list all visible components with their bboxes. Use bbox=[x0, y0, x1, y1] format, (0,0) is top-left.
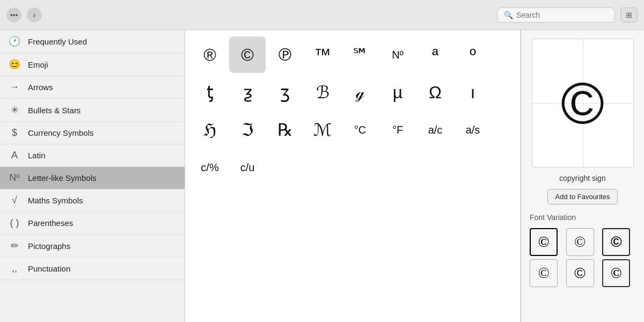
symbol-cell-25[interactable]: c/u bbox=[229, 149, 266, 186]
variation-cell-0[interactable]: © bbox=[530, 228, 558, 256]
pictographs-icon: ✏ bbox=[9, 240, 20, 252]
variation-cell-5[interactable]: © bbox=[602, 259, 630, 287]
sidebar-item-parentheses[interactable]: ( )Parentheses bbox=[0, 212, 185, 235]
sidebar-item-currency-symbols[interactable]: $Currency Symbols bbox=[0, 122, 185, 144]
symbol-cell-4[interactable]: ℠ bbox=[342, 36, 378, 73]
chevron-icon: › bbox=[33, 10, 35, 20]
frequently-used-icon: 🕐 bbox=[9, 35, 20, 47]
currency-symbols-icon: $ bbox=[9, 127, 20, 138]
sidebar-item-maths-symbols[interactable]: √Maths Symbols bbox=[0, 189, 185, 212]
frequently-used-label: Frequently Used bbox=[28, 37, 87, 46]
emoji-label: Emoji bbox=[28, 60, 48, 69]
pictographs-label: Pictographs bbox=[28, 241, 70, 251]
symbol-cell-14[interactable]: Ω bbox=[417, 74, 453, 111]
view-toggle-button[interactable]: ⊞ bbox=[620, 8, 638, 23]
symbol-cell-9[interactable]: ƺ bbox=[229, 74, 266, 111]
symbol-cell-7[interactable]: º bbox=[455, 36, 491, 73]
arrows-icon: → bbox=[9, 82, 20, 93]
parentheses-label: Parentheses bbox=[28, 218, 73, 228]
sidebar-item-bullets-stars[interactable]: ✳Bullets & Stars bbox=[0, 99, 185, 122]
font-variations: ©©©©©© bbox=[530, 228, 635, 287]
symbol-cell-24[interactable]: c/% bbox=[192, 149, 228, 186]
letter-like-symbols-icon: Nº bbox=[9, 172, 20, 184]
symbol-cell-12[interactable]: ℊ bbox=[342, 74, 378, 111]
sidebar-item-arrows[interactable]: →Arrows bbox=[0, 76, 185, 99]
symbol-grid: ®©℗™℠NºªºƫƺʒℬℊµΩıℌℑ℞ℳ°C°Fa/ca/sc/%c/u bbox=[185, 30, 521, 322]
sidebar-item-letter-like-symbols[interactable]: NºLetter-like Symbols bbox=[0, 167, 185, 189]
punctuation-icon: ,, bbox=[9, 263, 20, 274]
latin-icon: A bbox=[9, 150, 20, 161]
parentheses-icon: ( ) bbox=[9, 217, 20, 229]
latin-label: Latin bbox=[28, 151, 46, 160]
chevron-button[interactable]: › bbox=[27, 8, 42, 23]
variation-cell-3[interactable]: © bbox=[530, 259, 558, 287]
sidebar-item-punctuation[interactable]: ,,Punctuation bbox=[0, 258, 185, 280]
menu-button[interactable]: ••• bbox=[6, 8, 21, 23]
symbol-cell-10[interactable]: ʒ bbox=[267, 74, 303, 111]
letter-like-symbols-label: Letter-like Symbols bbox=[28, 173, 97, 182]
menu-icon: ••• bbox=[10, 11, 18, 19]
currency-symbols-label: Currency Symbols bbox=[28, 128, 94, 137]
symbol-cell-6[interactable]: ª bbox=[417, 36, 453, 73]
toolbar-left: ••• › bbox=[6, 8, 42, 23]
sidebar-item-pictographs[interactable]: ✏Pictographs bbox=[0, 235, 185, 258]
bullets-stars-label: Bullets & Stars bbox=[28, 106, 80, 115]
maths-symbols-icon: √ bbox=[9, 195, 20, 206]
sidebar-item-latin[interactable]: ALatin bbox=[0, 144, 185, 167]
add-favourites-button[interactable]: Add to Favourites bbox=[547, 189, 618, 204]
symbol-cell-0[interactable]: ® bbox=[192, 36, 228, 73]
detail-preview-area: © bbox=[532, 39, 634, 167]
variation-cell-1[interactable]: © bbox=[566, 228, 594, 256]
search-box: 🔍 bbox=[497, 8, 615, 23]
detail-char: © bbox=[561, 74, 604, 133]
search-icon: 🔍 bbox=[504, 11, 513, 19]
view-toggle-icon: ⊞ bbox=[626, 11, 632, 19]
sidebar-item-emoji[interactable]: 😊Emoji bbox=[0, 53, 185, 76]
sidebar-item-frequently-used[interactable]: 🕐Frequently Used bbox=[0, 30, 185, 53]
symbol-cell-20[interactable]: °C bbox=[342, 112, 378, 148]
search-input[interactable] bbox=[516, 11, 608, 19]
symbol-cell-1[interactable]: © bbox=[229, 36, 266, 73]
main-container: 🕐Frequently Used😊Emoji→Arrows✳Bullets & … bbox=[0, 30, 644, 322]
variation-cell-4[interactable]: © bbox=[566, 259, 594, 287]
maths-symbols-label: Maths Symbols bbox=[28, 196, 83, 205]
bullets-stars-icon: ✳ bbox=[9, 104, 20, 116]
toolbar: ••• › 🔍 ⊞ bbox=[0, 0, 644, 30]
symbol-cell-15[interactable]: ı bbox=[455, 74, 491, 111]
symbol-cell-11[interactable]: ℬ bbox=[304, 74, 341, 111]
symbol-cell-21[interactable]: °F bbox=[379, 112, 416, 148]
symbol-cell-22[interactable]: a/c bbox=[417, 112, 453, 148]
emoji-icon: 😊 bbox=[9, 58, 20, 70]
arrows-label: Arrows bbox=[28, 83, 53, 92]
sidebar: 🕐Frequently Used😊Emoji→Arrows✳Bullets & … bbox=[0, 30, 185, 322]
symbol-cell-8[interactable]: ƫ bbox=[192, 74, 228, 111]
variation-cell-2[interactable]: © bbox=[602, 228, 630, 256]
symbol-cell-5[interactable]: Nº bbox=[379, 36, 416, 73]
symbol-cell-18[interactable]: ℞ bbox=[267, 112, 303, 148]
symbol-cell-23[interactable]: a/s bbox=[455, 112, 491, 148]
symbol-cell-2[interactable]: ℗ bbox=[267, 36, 303, 73]
punctuation-label: Punctuation bbox=[28, 264, 70, 273]
detail-panel: © copyright sign Add to Favourites Font … bbox=[521, 30, 644, 322]
symbol-cell-16[interactable]: ℌ bbox=[192, 112, 228, 148]
symbol-cell-13[interactable]: µ bbox=[379, 74, 416, 111]
symbol-cell-19[interactable]: ℳ bbox=[304, 112, 341, 148]
symbol-cell-17[interactable]: ℑ bbox=[229, 112, 266, 148]
symbol-cell-3[interactable]: ™ bbox=[304, 36, 341, 73]
detail-name: copyright sign bbox=[559, 174, 605, 182]
font-variation-label: Font Variation bbox=[530, 213, 576, 222]
